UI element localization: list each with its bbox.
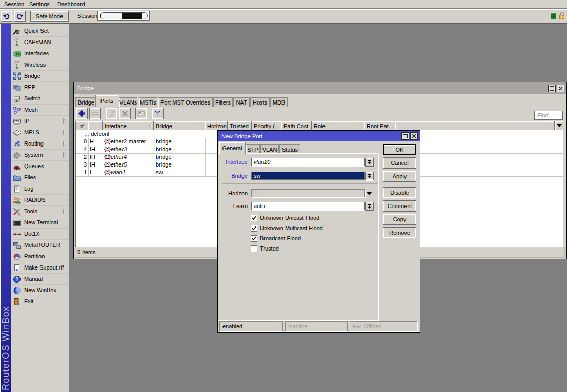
svg-text:?: ?: [15, 277, 18, 282]
svg-text:255: 255: [14, 119, 20, 123]
